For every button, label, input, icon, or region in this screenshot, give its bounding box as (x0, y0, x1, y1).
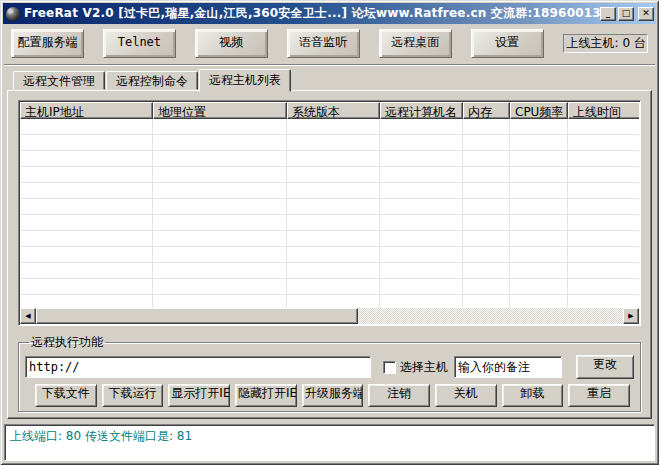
download-file-button[interactable]: 下载文件 (35, 384, 97, 407)
remote-desktop-button[interactable]: 远程桌面 (379, 29, 452, 58)
video-button[interactable]: 视频 (195, 29, 268, 58)
host-list-panel: 主机IP地址 地理位置 系统版本 远程计算机名 内存 CPU频率 上线时间 ◀ (7, 90, 652, 419)
close-button-icon[interactable]: ✕ (638, 7, 654, 21)
shutdown-button[interactable]: 关机 (435, 384, 497, 407)
remote-execution-group-title: 远程执行功能 (29, 334, 105, 351)
status-text: 上线端口: 80 传送文件端口是: 81 (10, 429, 192, 443)
scroll-left-arrow-icon[interactable]: ◀ (20, 308, 36, 324)
execution-input-row: 选择主机 更改 (25, 355, 634, 379)
table-column (510, 119, 568, 308)
select-host-label: 选择主机 (400, 359, 448, 376)
table-column (463, 119, 510, 308)
uninstall-button[interactable]: 卸载 (502, 384, 564, 407)
column-header-online-time[interactable]: 上线时间 (568, 102, 639, 119)
table-column (287, 119, 380, 308)
column-header-cpu-frequency[interactable]: CPU频率 (510, 102, 568, 119)
minimize-button-icon[interactable]: _ (600, 7, 616, 21)
tab-strip: 远程文件管理 远程控制命令 远程主机列表 (3, 66, 656, 90)
column-header-memory[interactable]: 内存 (463, 102, 510, 119)
app-icon (6, 7, 20, 21)
table-column (380, 119, 463, 308)
app-window: FreeRat V2.0 [过卡巴,瑞星,金山,江民,360安全卫士...] 论… (0, 0, 659, 465)
remark-input[interactable] (454, 356, 562, 378)
show-open-ie-button[interactable]: 显示打开IE (168, 384, 230, 407)
restart-button[interactable]: 重启 (568, 384, 630, 407)
tab-remote-file-management[interactable]: 远程文件管理 (13, 71, 105, 90)
host-table-header: 主机IP地址 地理位置 系统版本 远程计算机名 内存 CPU频率 上线时间 (20, 102, 639, 119)
table-column (568, 119, 639, 308)
table-column (20, 119, 153, 308)
voice-monitor-button[interactable]: 语音监听 (287, 29, 360, 58)
tab-remote-host-list[interactable]: 远程主机列表 (199, 69, 291, 92)
title-bar: FreeRat V2.0 [过卡巴,瑞星,金山,江民,360安全卫士...] 论… (3, 3, 656, 24)
scroll-right-arrow-icon[interactable]: ▶ (623, 308, 639, 324)
upgrade-server-button[interactable]: 升级服务端 (302, 384, 364, 407)
column-header-os-version[interactable]: 系统版本 (287, 102, 380, 119)
host-table-body (20, 119, 639, 308)
table-column (153, 119, 287, 308)
scrollbar-thumb[interactable] (36, 308, 358, 324)
telnet-button[interactable]: Telnet (103, 29, 176, 58)
maximize-button-icon[interactable]: □ (618, 7, 634, 21)
scrollbar-track[interactable] (358, 308, 623, 324)
window-controls: _ □ ✕ (600, 7, 654, 21)
url-input[interactable] (25, 356, 371, 378)
main-toolbar: 配置服务端 Telnet 视频 语音监听 远程桌面 设置 上线主机: 0 台 (3, 24, 656, 64)
column-header-location[interactable]: 地理位置 (153, 102, 287, 119)
online-hosts-count: 上线主机: 0 台 (563, 34, 648, 53)
window-title: FreeRat V2.0 [过卡巴,瑞星,金山,江民,360安全卫士...] 论… (24, 5, 600, 22)
remote-execution-group: 远程执行功能 选择主机 更改 下载文件 下载运行 显示打开IE 隐藏打开IE 升… (18, 334, 641, 412)
download-run-button[interactable]: 下载运行 (102, 384, 164, 407)
select-host-checkbox[interactable] (383, 361, 396, 374)
change-button[interactable]: 更改 (576, 355, 634, 379)
status-bar: 上线端口: 80 传送文件端口是: 81 (4, 424, 655, 461)
settings-button[interactable]: 设置 (471, 29, 544, 58)
column-header-computer-name[interactable]: 远程计算机名 (380, 102, 463, 119)
configure-server-button[interactable]: 配置服务端 (11, 29, 84, 58)
horizontal-scrollbar: ◀ ▶ (20, 308, 639, 324)
logoff-button[interactable]: 注销 (368, 384, 430, 407)
execution-button-row: 下载文件 下载运行 显示打开IE 隐藏打开IE 升级服务端 注销 关机 卸载 重… (25, 384, 634, 407)
hide-open-ie-button[interactable]: 隐藏打开IE (235, 384, 297, 407)
host-table: 主机IP地址 地理位置 系统版本 远程计算机名 内存 CPU频率 上线时间 ◀ (18, 100, 641, 326)
tab-remote-control-commands[interactable]: 远程控制命令 (106, 71, 198, 90)
column-header-host-ip[interactable]: 主机IP地址 (20, 102, 153, 119)
